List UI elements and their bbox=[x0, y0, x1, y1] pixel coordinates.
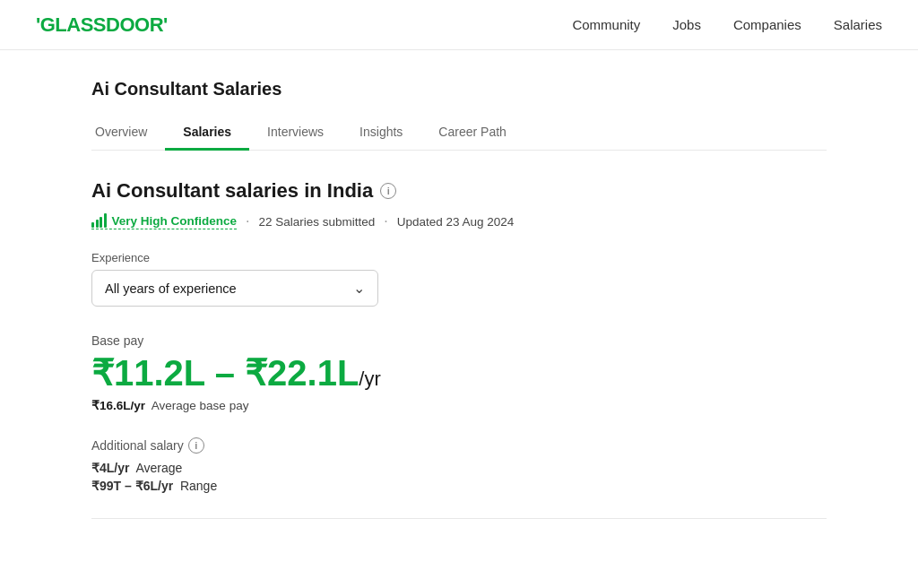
additional-salary-text: Additional salary bbox=[91, 438, 184, 453]
nav-link-companies[interactable]: Companies bbox=[733, 17, 801, 32]
section-title-text: Ai Consultant salaries in India bbox=[91, 179, 373, 203]
avg-pay-row: ₹16.6L/yr Average base pay bbox=[91, 398, 827, 412]
experience-selected-value: All years of experience bbox=[105, 281, 237, 296]
experience-dropdown[interactable]: All years of experience ⌄ bbox=[91, 270, 378, 307]
confidence-badge[interactable]: Very High Confidence bbox=[91, 213, 237, 229]
per-yr-label: /yr bbox=[359, 368, 380, 390]
confidence-bar-icon bbox=[91, 213, 107, 228]
nav-item-companies[interactable]: Companies bbox=[733, 17, 801, 32]
info-icon[interactable]: i bbox=[380, 183, 396, 199]
tab-salaries[interactable]: Salaries bbox=[165, 116, 249, 151]
nav-item-jobs[interactable]: Jobs bbox=[672, 17, 701, 32]
nav-item-community[interactable]: Community bbox=[572, 17, 640, 32]
page-title: Ai Consultant Salaries bbox=[91, 79, 827, 99]
tab-bar: Overview Salaries Interviews Insights Ca… bbox=[91, 116, 827, 151]
nav-link-salaries[interactable]: Salaries bbox=[834, 17, 882, 32]
salaries-submitted: 22 Salaries submitted bbox=[258, 215, 375, 229]
tab-insights[interactable]: Insights bbox=[342, 116, 420, 151]
additional-salary-avg-row: ₹4L/yr Average bbox=[91, 461, 827, 475]
section-title: Ai Consultant salaries in India i bbox=[91, 179, 827, 203]
additional-salary-avg-label: Average bbox=[135, 461, 182, 475]
main-content: Ai Consultant Salaries Overview Salaries… bbox=[56, 50, 862, 548]
additional-salary-range-value: ₹99T – ₹6L/yr bbox=[91, 479, 173, 493]
nav-item-salaries[interactable]: Salaries bbox=[834, 17, 882, 32]
dot-separator-2: · bbox=[384, 214, 387, 229]
bottom-divider bbox=[91, 518, 827, 519]
tab-interviews[interactable]: Interviews bbox=[249, 116, 342, 151]
logo[interactable]: 'GLASSDOOR' bbox=[36, 13, 168, 37]
additional-salary-info-icon[interactable]: i bbox=[188, 437, 204, 454]
confidence-label: Very High Confidence bbox=[112, 214, 238, 228]
nav-link-community[interactable]: Community bbox=[572, 17, 640, 32]
tab-overview[interactable]: Overview bbox=[91, 116, 165, 151]
nav-links: Community Jobs Companies Salaries bbox=[572, 17, 882, 32]
navbar: 'GLASSDOOR' Community Jobs Companies Sal… bbox=[0, 0, 918, 50]
confidence-row: Very High Confidence · 22 Salaries submi… bbox=[91, 213, 827, 229]
salary-range-value: ₹11.2L – ₹22.1L bbox=[91, 353, 359, 393]
chevron-down-icon: ⌄ bbox=[353, 280, 365, 297]
dot-separator-1: · bbox=[246, 214, 249, 229]
avg-pay-value: ₹16.6L/yr bbox=[91, 399, 145, 412]
nav-link-jobs[interactable]: Jobs bbox=[672, 17, 701, 32]
experience-label: Experience bbox=[91, 251, 827, 264]
updated-date: Updated 23 Aug 2024 bbox=[397, 215, 515, 229]
additional-salary-label: Additional salary i bbox=[91, 437, 827, 454]
additional-salary-avg-value: ₹4L/yr bbox=[91, 461, 129, 475]
salary-range: ₹11.2L – ₹22.1L/yr bbox=[91, 353, 827, 393]
additional-salary-range-row: ₹99T – ₹6L/yr Range bbox=[91, 479, 827, 493]
base-pay-label: Base pay bbox=[91, 333, 827, 348]
avg-pay-label: Average base pay bbox=[152, 399, 249, 412]
additional-salary-range-label: Range bbox=[180, 479, 217, 493]
experience-section: Experience All years of experience ⌄ bbox=[91, 251, 827, 307]
tab-career-path[interactable]: Career Path bbox=[420, 116, 524, 151]
